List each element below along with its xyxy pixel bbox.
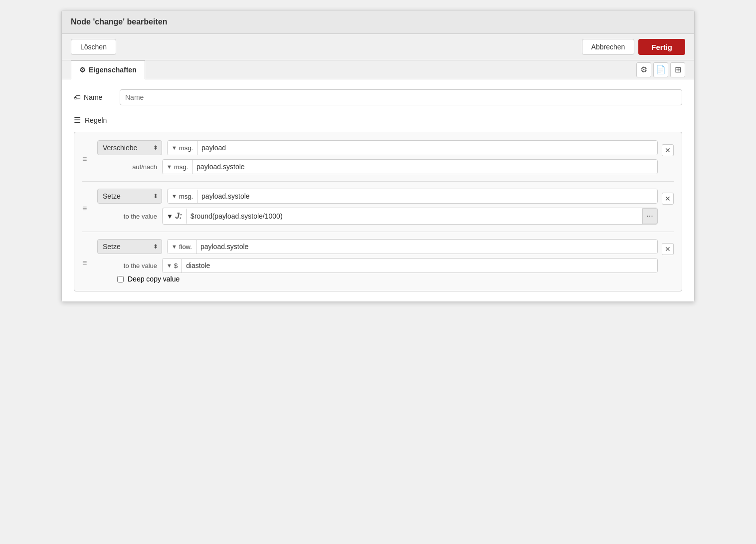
- action-select-1[interactable]: Verschiebe Setze Ändere Lösche: [97, 140, 162, 155]
- deep-copy-row: Deep copy value: [117, 275, 658, 283]
- action-select-wrapper-2: Verschiebe Setze Ändere Lösche: [97, 189, 162, 204]
- name-input[interactable]: [120, 89, 682, 105]
- tab-icon-settings[interactable]: ⚙: [636, 62, 651, 77]
- delete-rule-1-button[interactable]: ✕: [662, 144, 674, 156]
- tab-icon-layout[interactable]: ⊞: [670, 62, 685, 77]
- source-input-2: ▼ msg.: [167, 189, 658, 204]
- table-row: ≡ Verschiebe Setze Ändere Lösche: [82, 140, 674, 182]
- target-label-1: auf/nach: [117, 163, 157, 171]
- tab-icons: ⚙ 📄 ⊞: [636, 62, 685, 77]
- table-row: ≡ Verschiebe Setze Ändere Lösche: [82, 189, 674, 232]
- cancel-button[interactable]: Abbrechen: [582, 39, 635, 55]
- delete-button[interactable]: Löschen: [71, 39, 116, 55]
- drag-handle[interactable]: ≡: [82, 155, 92, 164]
- name-label: 🏷 Name: [74, 93, 114, 101]
- target-prefix-1[interactable]: ▼ msg.: [163, 160, 192, 174]
- three-dots-button-2[interactable]: ···: [642, 208, 657, 224]
- delete-rule-3-button[interactable]: ✕: [662, 243, 674, 255]
- source-input-1: ▼ msg.: [167, 140, 658, 155]
- source-prefix-3[interactable]: ▼ flow.: [168, 240, 196, 254]
- rules-section-header: ☰ Regeln: [74, 115, 682, 125]
- source-value-1[interactable]: [197, 141, 657, 155]
- dropdown-arrow-icon: ▼: [172, 193, 177, 199]
- source-prefix-2[interactable]: ▼ msg.: [168, 190, 197, 203]
- source-value-2[interactable]: [197, 189, 657, 203]
- source-input-3: ▼ flow. flow.: [167, 239, 658, 254]
- action-select-wrapper-1: Verschiebe Setze Ändere Lösche: [97, 140, 162, 155]
- deep-copy-checkbox[interactable]: [117, 276, 124, 282]
- action-select-wrapper-3: Verschiebe Setze Ändere Lösche: [97, 239, 162, 254]
- rules-label: Regeln: [85, 116, 107, 124]
- jsonata-input-2: ▼ J: ···: [162, 208, 658, 225]
- source-value-3[interactable]: [196, 240, 657, 254]
- dropdown-arrow-icon: ▼: [167, 213, 173, 220]
- rules-container: ≡ Verschiebe Setze Ändere Lösche: [74, 132, 682, 291]
- toolbar-left: Löschen: [71, 39, 116, 55]
- drag-handle[interactable]: ≡: [82, 259, 92, 268]
- tabs-left: ⚙ Eigenschaften: [71, 60, 145, 79]
- gear-icon: ⚙: [79, 66, 86, 74]
- rules-icon: ☰: [74, 115, 81, 125]
- jsonata-value-2[interactable]: [187, 209, 642, 223]
- done-button[interactable]: Fertig: [638, 39, 685, 55]
- target-value-3[interactable]: [182, 259, 657, 272]
- name-row: 🏷 Name: [74, 89, 682, 105]
- action-select-2[interactable]: Verschiebe Setze Ändere Lösche: [97, 189, 162, 204]
- toolbar-right: Abbrechen Fertig: [582, 39, 685, 55]
- tag-icon: 🏷: [74, 93, 81, 101]
- action-select-3[interactable]: Verschiebe Setze Ändere Lösche: [97, 239, 162, 254]
- tab-icon-description[interactable]: 📄: [653, 62, 668, 77]
- dropdown-arrow-icon: ▼: [172, 244, 177, 250]
- table-row: ≡ Verschiebe Setze Ändere Lösche: [82, 239, 674, 283]
- jsonata-prefix-2[interactable]: ▼ J:: [163, 209, 187, 224]
- drag-handle[interactable]: ≡: [82, 204, 92, 213]
- source-prefix-1[interactable]: ▼ msg.: [168, 141, 197, 155]
- target-input-1: ▼ msg.: [162, 159, 658, 174]
- tab-properties[interactable]: ⚙ Eigenschaften: [71, 60, 145, 79]
- dropdown-arrow-icon: ▼: [172, 145, 177, 151]
- tab-properties-label: Eigenschaften: [89, 66, 137, 74]
- dropdown-arrow-icon: ▼: [167, 263, 172, 269]
- deep-copy-label[interactable]: Deep copy value: [128, 275, 180, 283]
- dialog-title: Node 'change' bearbeiten: [71, 17, 167, 26]
- target-value-1[interactable]: [192, 160, 657, 174]
- delete-rule-2-button[interactable]: ✕: [662, 193, 674, 205]
- target-label-3: to the value: [117, 262, 157, 270]
- target-input-3: ▼ $: [162, 258, 658, 273]
- dropdown-arrow-icon: ▼: [167, 164, 172, 170]
- target-prefix-3[interactable]: ▼ $: [163, 259, 182, 272]
- target-label-2: to the value: [117, 213, 157, 220]
